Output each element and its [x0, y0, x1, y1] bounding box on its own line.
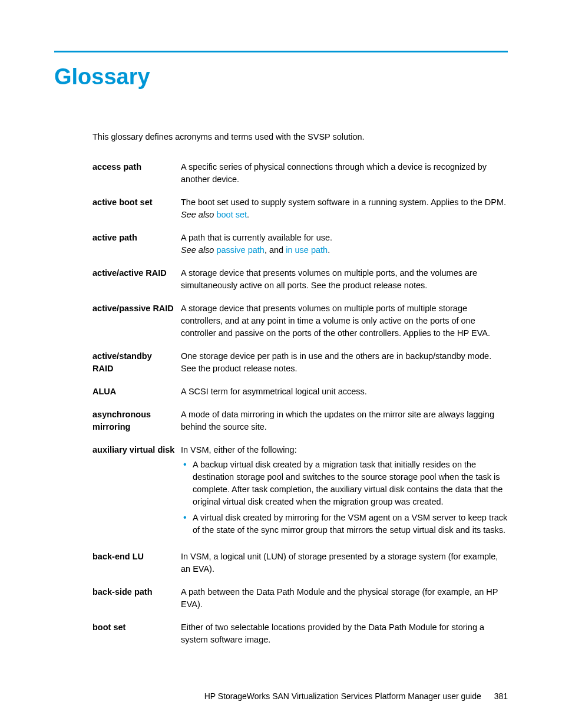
- definition-text: A path that is currently available for u…: [181, 233, 332, 242]
- term: auxiliary virtual disk: [92, 444, 181, 540]
- definition: Either of two selectable locations provi…: [181, 621, 508, 646]
- term: active boot set: [92, 196, 181, 221]
- see-also-prefix: See also: [181, 245, 216, 255]
- entry-asynchronous-mirroring: asynchronous mirroring A mode of data mi…: [92, 409, 508, 433]
- definition: A storage device that presents volumes o…: [181, 267, 508, 292]
- link-boot-set[interactable]: boot set: [216, 210, 247, 219]
- see-also-suffix: .: [247, 210, 249, 219]
- term: back-side path: [92, 586, 181, 611]
- entry-auxiliary-virtual-disk: auxiliary virtual disk In VSM, either of…: [92, 444, 508, 540]
- term: ALUA: [92, 386, 181, 398]
- bullet-list: A backup virtual disk created by a migra…: [181, 459, 508, 536]
- term: boot set: [92, 621, 181, 646]
- entry-back-side-path: back-side path A path between the Data P…: [92, 586, 508, 611]
- term: access path: [92, 161, 181, 186]
- term: active/active RAID: [92, 267, 181, 292]
- definition: A mode of data mirroring in which the up…: [181, 409, 508, 433]
- entry-active-standby-raid: active/standby RAID One storage device p…: [92, 350, 508, 375]
- definition: A storage device that presents volumes o…: [181, 302, 508, 340]
- link-in-use-path[interactable]: in use path: [286, 245, 328, 255]
- entry-access-path: access path A specific series of physica…: [92, 161, 508, 186]
- see-also-suffix: .: [328, 245, 330, 255]
- top-rule: [54, 51, 508, 52]
- definition: In VSM, either of the following: A backu…: [181, 444, 508, 540]
- term: active/passive RAID: [92, 302, 181, 340]
- definition-lead: In VSM, either of the following:: [181, 445, 297, 454]
- glossary-entries: access path A specific series of physica…: [92, 161, 508, 646]
- entry-back-end-lu: back-end LU In VSM, a logical unit (LUN)…: [92, 551, 508, 575]
- term: active/standby RAID: [92, 350, 181, 375]
- entry-active-passive-raid: active/passive RAID A storage device tha…: [92, 302, 508, 340]
- see-also-prefix: See also: [181, 210, 216, 219]
- page: Glossary This glossary defines acronyms …: [0, 0, 562, 728]
- see-also-mid: , and: [265, 245, 286, 255]
- term: asynchronous mirroring: [92, 409, 181, 433]
- definition: A path between the Data Path Module and …: [181, 586, 508, 611]
- definition: The boot set used to supply system softw…: [181, 196, 508, 221]
- see-also: See also: [181, 245, 216, 255]
- term: back-end LU: [92, 551, 181, 575]
- definition: In VSM, a logical unit (LUN) of storage …: [181, 551, 508, 575]
- entry-active-active-raid: active/active RAID A storage device that…: [92, 267, 508, 292]
- definition: A SCSI term for asymmetrical logical uni…: [181, 386, 508, 398]
- definition: A path that is currently available for u…: [181, 232, 508, 256]
- intro-text: This glossary defines acronyms and terms…: [92, 131, 508, 143]
- list-item: A backup virtual disk created by a migra…: [181, 459, 508, 508]
- footer-doc-title: HP StorageWorks SAN Virtualization Servi…: [204, 691, 481, 701]
- page-title: Glossary: [54, 64, 508, 90]
- definition: One storage device per path is in use an…: [181, 350, 508, 375]
- definition: A specific series of physical connection…: [181, 161, 508, 186]
- entry-active-boot-set: active boot set The boot set used to sup…: [92, 196, 508, 221]
- page-number: 381: [494, 691, 508, 701]
- page-footer: HP StorageWorks SAN Virtualization Servi…: [204, 691, 508, 701]
- definition-text: The boot set used to supply system softw…: [181, 197, 506, 207]
- term: active path: [92, 232, 181, 256]
- entry-alua: ALUA A SCSI term for asymmetrical logica…: [92, 386, 508, 398]
- see-also: See also: [181, 210, 216, 219]
- link-passive-path[interactable]: passive path: [216, 245, 264, 255]
- entry-active-path: active path A path that is currently ava…: [92, 232, 508, 256]
- entry-boot-set: boot set Either of two selectable locati…: [92, 621, 508, 646]
- list-item: A virtual disk created by mirroring for …: [181, 512, 508, 536]
